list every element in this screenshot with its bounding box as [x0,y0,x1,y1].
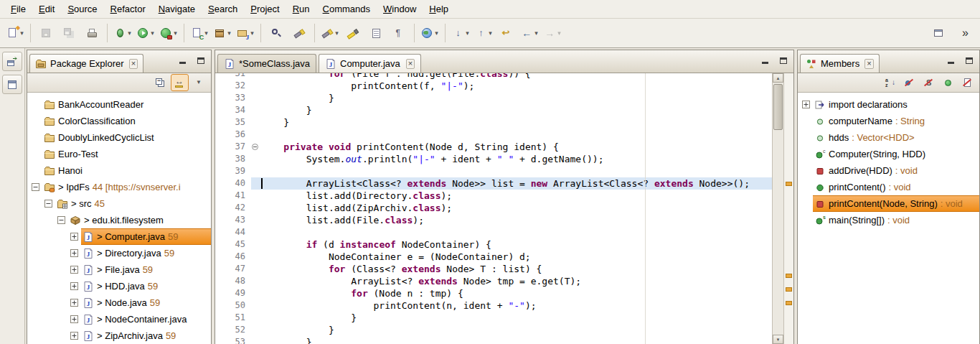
member-computername[interactable]: computerName: String [798,113,979,129]
overview-mark[interactable] [786,182,792,186]
tree-expander-minus-icon[interactable] [57,216,68,224]
tree-item-doublylinkedcycliclist[interactable]: DoublyLinkedCyclicList [27,129,211,146]
tree-item-hanoi[interactable]: Hanoi [27,162,211,179]
tree-expander-minus-icon[interactable] [32,183,42,191]
hide-non-public-button[interactable] [939,74,957,91]
menu-help[interactable]: Help [423,0,455,18]
editor-tab-computer-java[interactable]: JComputer.java× [319,54,421,73]
tree-item-euro-test[interactable]: Euro-Test [27,146,211,162]
code-line-42[interactable]: 42 list.add(ZipArchiv.class); [215,202,772,214]
maximize-view-button[interactable] [193,54,208,68]
menu-edit[interactable]: Edit [32,0,61,18]
member-printcontent[interactable]: printContent(): void [798,179,979,195]
collapse-all-button[interactable] [151,74,169,91]
menu-file[interactable]: File [4,0,32,18]
menu-project[interactable]: Project [244,0,286,18]
external-tools-button[interactable] [157,22,180,44]
code-line-47[interactable]: 47 for (Class<? extends Node> T : list) … [215,263,772,275]
close-tab-icon[interactable]: × [406,59,415,69]
code-line-50[interactable]: 50 printContent(n, ident + "-"); [215,299,772,312]
tree-item-hdd-java[interactable]: J> HDD.java59 [27,278,211,294]
fold-minus-icon[interactable] [252,144,258,150]
last-edit-location-button[interactable] [495,22,518,44]
tree-expander-plus-icon[interactable] [70,315,81,323]
member-hdds[interactable]: hdds: Vector<HDD> [798,129,979,146]
minimized-view-button[interactable] [2,75,22,94]
editor-scroll-thumb[interactable] [773,84,783,130]
link-with-editor-button[interactable] [171,74,189,91]
code-line-37[interactable]: 37 private void printContent(Node d, Str… [215,141,772,153]
tree-item-ipdfs[interactable]: > IpdFs44 [https://svnserver.i [27,179,211,195]
member-import-declarations[interactable]: import declarations [798,96,979,113]
code-line-35[interactable]: 35 } [215,116,772,129]
tree-expander-plus-icon[interactable] [70,249,81,257]
show-annotations-button[interactable] [364,22,387,44]
member-main-string[interactable]: smain(String[]): void [798,212,979,228]
debug-button[interactable] [111,22,134,44]
minimize-view-button[interactable] [943,54,958,68]
code-line-44[interactable]: 44 [215,226,772,238]
code-line-41[interactable]: 41 list.add(Directory.class); [215,190,772,202]
menu-run[interactable]: Run [286,0,316,18]
code-line-43[interactable]: 43 list.add(File.class); [215,214,772,226]
next-annotation-button[interactable] [449,22,472,44]
tree-expander-plus-icon[interactable] [70,233,81,241]
back-button[interactable] [518,22,541,44]
code-line-40[interactable]: 40 ArrayList<Class<? extends Node>> list… [215,177,772,190]
code-line-32[interactable]: 32 printContent(f, "|-"); [215,80,772,92]
minimize-view-button[interactable] [175,54,190,68]
member-computer-string-hdd[interactable]: cComputer(String, HDD) [798,146,979,162]
code-line-46[interactable]: 46 NodeContainer e = (NodeContainer) d; [215,251,772,263]
toolbar-overflow-button[interactable]: » [960,27,971,39]
view-menu-button[interactable] [190,74,208,91]
code-line-48[interactable]: 48 ArrayList<? extends Node> tmp = e.get… [215,275,772,287]
search-button[interactable] [288,22,311,44]
tree-item-computer-java[interactable]: J> Computer.java59 [27,228,211,245]
pin-editor-button[interactable] [927,22,950,44]
print-button[interactable] [80,22,103,44]
close-view-icon[interactable]: × [864,59,873,69]
open-search-dialog-button[interactable] [319,22,341,44]
code-line-39[interactable]: 39 [215,165,772,177]
mark-occurrences-button[interactable] [341,22,364,44]
code-line-36[interactable]: 36 [215,129,772,141]
editor-tab-someclass-java[interactable]: J*SomeClass.java [217,54,316,73]
code-line-52[interactable]: 52 } [215,324,772,336]
web-browser-button[interactable] [418,22,441,44]
code-editor[interactable]: 31 for (File f : hdd.get(File.class)) {3… [215,73,772,344]
menu-window[interactable]: Window [377,0,423,18]
tree-expander-plus-icon[interactable] [70,299,81,307]
menu-search[interactable]: Search [202,0,244,18]
show-whitespace-button[interactable] [387,22,410,44]
new-java-project-button[interactable] [234,22,257,44]
menu-refactor[interactable]: Refactor [104,0,152,18]
menu-navigate[interactable]: Navigate [152,0,202,18]
code-line-53[interactable]: 53 } [215,336,772,344]
member-adddrive-hdd[interactable]: addDrive(HDD): void [798,162,979,179]
scroll-up-button[interactable] [773,73,783,83]
tree-expander-minus-icon[interactable] [44,200,55,208]
tree-item-nodecontainer-java[interactable]: J> NodeContainer.java [27,311,211,327]
run-button[interactable] [134,22,157,44]
minimize-editor-button[interactable] [758,54,773,68]
code-line-34[interactable]: 34 } [215,104,772,116]
tree-item-node-java[interactable]: J> Node.java59 [27,294,211,311]
new-wizard-button[interactable] [4,22,27,44]
package-explorer-view-tab[interactable]: Package Explorer × [29,54,143,73]
tree-item-edu-kit-filesystem[interactable]: > edu.kit.filesystem [27,212,211,228]
overview-mark[interactable] [786,274,792,278]
code-line-51[interactable]: 51 } [215,312,772,324]
tree-expander-plus-icon[interactable] [70,282,81,290]
sort-button[interactable] [881,74,899,91]
hide-local-types-button[interactable] [958,74,976,91]
tree-item-bankaccountreader[interactable]: BankAccountReader [27,96,211,113]
new-java-package-button[interactable] [211,22,234,44]
code-line-33[interactable]: 33 } [215,92,772,104]
member-printcontent-node-string[interactable]: printContent(Node, String): void [798,195,979,212]
tree-item-file-java[interactable]: J> File.java59 [27,261,211,278]
tree-expander-plus-icon[interactable] [70,266,81,274]
restore-views-button[interactable] [2,52,22,71]
editor-overview-ruler[interactable] [783,73,793,344]
code-line-38[interactable]: 38 System.out.println("|-" + ident + " "… [215,153,772,165]
previous-annotation-button[interactable] [472,22,495,44]
